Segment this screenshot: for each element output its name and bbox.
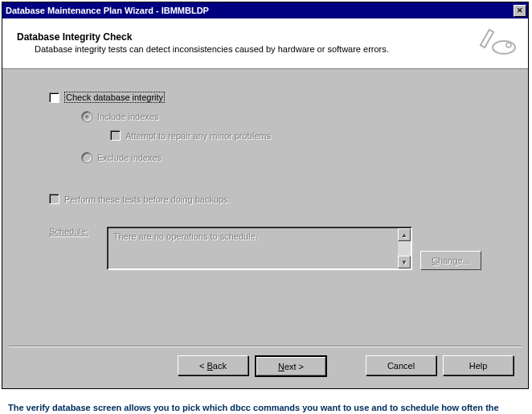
wizard-window: Database Maintenance Plan Wizard - IBMMB… (2, 2, 529, 389)
wizard-header: Database Integrity Check Database integr… (2, 18, 528, 68)
page-subtitle: Database integrity tests can detect inco… (17, 44, 478, 54)
svg-rect-1 (481, 30, 493, 47)
check-integrity-label: Check database integrity (64, 92, 165, 103)
next-button[interactable]: Next > (255, 355, 327, 377)
svg-point-0 (493, 41, 515, 54)
titlebar: Database Maintenance Plan Wizard - IBMMB… (2, 2, 528, 18)
svg-point-2 (506, 43, 511, 47)
figure-caption: The verify database screen allows you to… (0, 391, 530, 414)
include-indexes-row: Include indexes (81, 111, 481, 122)
schedule-row: Schedule: There are no operations to sch… (49, 227, 481, 270)
schedule-text: There are no operations to schedule. (113, 232, 258, 241)
attempt-repair-checkbox (110, 130, 121, 141)
scroll-down-icon: ▼ (398, 256, 411, 268)
db-tool-icon (478, 25, 518, 60)
page-title: Database Integrity Check (17, 31, 478, 43)
exclude-indexes-row: Exclude indexes (81, 152, 481, 163)
close-button[interactable]: ✕ (514, 5, 526, 17)
attempt-repair-row: Attempt to repair any minor problems (110, 130, 481, 141)
attempt-repair-label: Attempt to repair any minor problems (125, 131, 271, 141)
perform-before-backup-label: Perform these tests before doing backups… (64, 195, 231, 204)
cancel-button[interactable]: Cancel (366, 355, 436, 375)
change-button: Change... (420, 251, 481, 270)
schedule-scrollbar: ▲ ▼ (398, 228, 411, 268)
schedule-label: Schedule: (49, 227, 107, 236)
schedule-textarea: There are no operations to schedule. ▲ ▼ (107, 227, 412, 270)
exclude-indexes-radio (81, 152, 92, 163)
wizard-buttons: < Back Next > Cancel Help (2, 355, 528, 388)
window-title: Database Maintenance Plan Wizard - IBMMB… (6, 6, 514, 15)
button-divider (9, 346, 522, 347)
check-integrity-checkbox[interactable] (49, 92, 59, 103)
check-integrity-row[interactable]: Check database integrity (49, 92, 481, 103)
include-indexes-label: Include indexes (97, 112, 158, 121)
exclude-indexes-label: Exclude indexes (97, 153, 162, 162)
scroll-up-icon: ▲ (398, 228, 411, 241)
include-indexes-radio (81, 111, 92, 122)
help-button[interactable]: Help (443, 355, 514, 375)
perform-before-backup-checkbox (49, 194, 59, 204)
back-button[interactable]: < Back (178, 355, 248, 375)
perform-before-backup-row: Perform these tests before doing backups… (49, 194, 481, 204)
wizard-content: Check database integrity Include indexes… (2, 68, 528, 334)
